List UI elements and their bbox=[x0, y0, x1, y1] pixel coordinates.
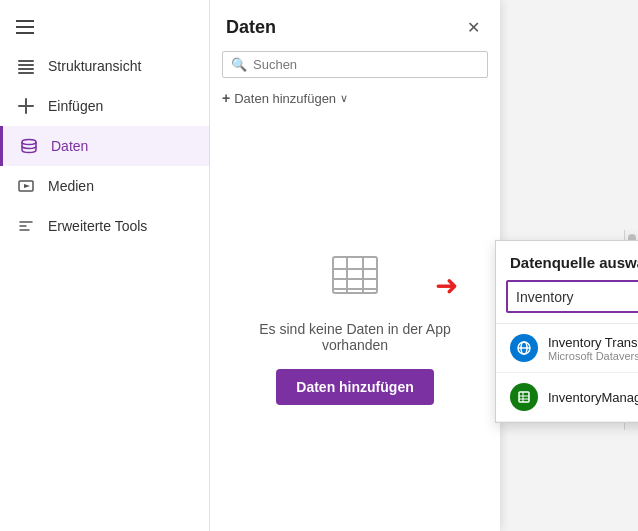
inventory-manager-icon bbox=[510, 383, 538, 411]
main-content: Daten ✕ 🔍 + Daten hinzufügen ∨ bbox=[210, 0, 638, 531]
add-icon: + bbox=[222, 90, 230, 106]
svg-point-6 bbox=[22, 140, 36, 145]
ds-item-text-inventory-transactions: Inventory Transactions Microsoft Dataver… bbox=[548, 335, 638, 362]
daten-search-box[interactable]: 🔍 bbox=[222, 51, 488, 78]
daten-header: Daten ✕ bbox=[210, 0, 500, 47]
datenquelle-item-inventory-manager[interactable]: InventoryManager ◇ bbox=[496, 373, 638, 422]
media-icon bbox=[16, 176, 36, 196]
chevron-down-icon: ∨ bbox=[340, 92, 348, 105]
ds-item-text-inventory-manager: InventoryManager bbox=[548, 390, 638, 405]
sidebar-item-daten[interactable]: Daten bbox=[0, 126, 209, 166]
daten-search-input[interactable] bbox=[253, 57, 479, 72]
tools-icon bbox=[16, 216, 36, 236]
sidebar-item-label: Einfügen bbox=[48, 98, 103, 114]
table-icon-large bbox=[325, 245, 385, 305]
daten-panel-title: Daten bbox=[226, 17, 276, 38]
svg-rect-12 bbox=[333, 257, 377, 293]
sidebar-item-einfuegen[interactable]: Einfügen bbox=[0, 86, 209, 126]
ds-item-name: Inventory Transactions bbox=[548, 335, 638, 350]
ds-item-name: InventoryManager bbox=[548, 390, 638, 405]
plus-icon bbox=[16, 96, 36, 116]
sidebar-item-label: Strukturansicht bbox=[48, 58, 141, 74]
daten-empty-state: Es sind keine Daten in der App vorhanden… bbox=[210, 118, 500, 531]
dataverse-icon bbox=[510, 334, 538, 362]
datenquelle-list: Inventory Transactions Microsoft Dataver… bbox=[496, 323, 638, 422]
database-icon bbox=[19, 136, 39, 156]
sidebar-item-strukturansicht[interactable]: Strukturansicht bbox=[0, 46, 209, 86]
svg-rect-1 bbox=[18, 60, 34, 62]
hamburger-icon bbox=[16, 20, 34, 34]
daten-panel: Daten ✕ 🔍 + Daten hinzufügen ∨ bbox=[210, 0, 500, 531]
sidebar-item-label: Daten bbox=[51, 138, 88, 154]
datenquelle-search-input[interactable] bbox=[516, 289, 638, 305]
empty-text-line2: vorhanden bbox=[322, 337, 388, 353]
datenquelle-search-box[interactable]: ✕ bbox=[506, 280, 638, 313]
sidebar-item-label: Medien bbox=[48, 178, 94, 194]
add-data-row[interactable]: + Daten hinzufügen ∨ bbox=[210, 86, 500, 118]
svg-rect-21 bbox=[519, 392, 529, 402]
datenquelle-title: Datenquelle auswählen bbox=[510, 254, 638, 271]
empty-text-line1: Es sind keine Daten in der App bbox=[259, 321, 450, 337]
sidebar: Strukturansicht Einfügen Daten M bbox=[0, 0, 210, 531]
datenquelle-panel: Datenquelle auswählen ✕ ✕ Inventory Tran… bbox=[495, 240, 638, 423]
svg-marker-8 bbox=[24, 184, 30, 188]
add-data-label: Daten hinzufügen bbox=[234, 91, 336, 106]
svg-rect-0 bbox=[18, 64, 34, 66]
daten-hinzufuegen-button[interactable]: Daten hinzufügen bbox=[276, 369, 433, 405]
svg-rect-2 bbox=[18, 68, 34, 70]
sidebar-item-erweiterte-tools[interactable]: Erweiterte Tools bbox=[0, 206, 209, 246]
arrow-right-icon: ➜ bbox=[435, 270, 458, 301]
sidebar-item-medien[interactable]: Medien bbox=[0, 166, 209, 206]
svg-rect-3 bbox=[18, 72, 34, 74]
sidebar-item-label: Erweiterte Tools bbox=[48, 218, 147, 234]
daten-close-button[interactable]: ✕ bbox=[463, 16, 484, 39]
datenquelle-header: Datenquelle auswählen ✕ bbox=[496, 241, 638, 280]
ds-item-sub: Microsoft Dataverse bbox=[548, 350, 638, 362]
layers-icon bbox=[16, 56, 36, 76]
arrow-container: ➜ bbox=[435, 272, 458, 300]
datenquelle-item-inventory-transactions[interactable]: Inventory Transactions Microsoft Dataver… bbox=[496, 324, 638, 373]
search-icon: 🔍 bbox=[231, 57, 247, 72]
hamburger-menu[interactable] bbox=[0, 8, 209, 46]
